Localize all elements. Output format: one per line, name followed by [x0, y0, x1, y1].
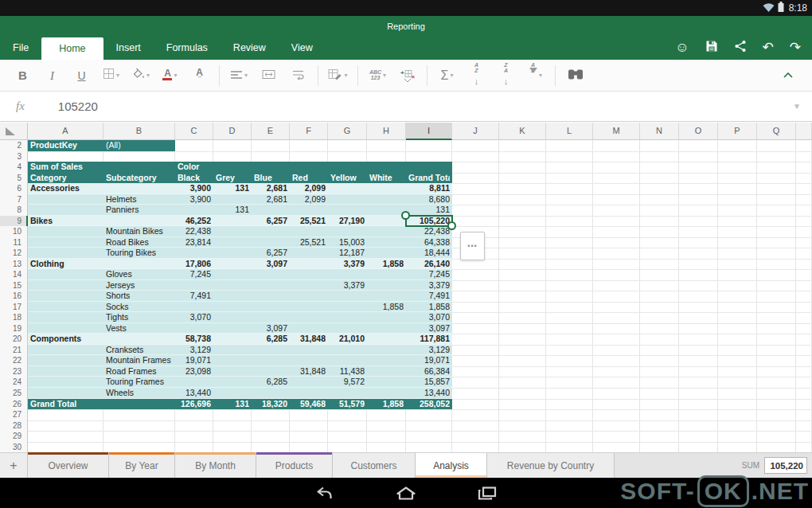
cell-G11[interactable]: 15,003	[330, 237, 365, 248]
cell-I15[interactable]: 3,379	[408, 280, 450, 291]
select-all-corner[interactable]	[0, 123, 28, 140]
sheet-tab-by-year[interactable]: By Year	[109, 453, 175, 478]
sheet-tab-overview[interactable]: Overview	[28, 453, 109, 478]
cell-C21[interactable]: 3,129	[178, 345, 211, 356]
cell-B16[interactable]: Shorts	[106, 291, 173, 302]
cell-C26[interactable]: 126,696	[178, 399, 211, 410]
cell-F5[interactable]: Red	[292, 173, 326, 184]
column-header-N[interactable]: N	[640, 123, 679, 140]
cell-B23[interactable]: Road Frames	[106, 366, 173, 377]
cell-I18[interactable]: 3,070	[408, 312, 450, 323]
cell-H26[interactable]: 1,858	[369, 399, 404, 410]
cell-I17[interactable]: 1,858	[408, 302, 450, 313]
cell-H13[interactable]: 1,858	[369, 259, 404, 270]
cell-I21[interactable]: 3,129	[408, 345, 450, 356]
cell-F7[interactable]: 2,099	[292, 194, 326, 205]
row-header-25[interactable]: 25	[0, 388, 28, 399]
cell-I19[interactable]: 3,097	[408, 323, 450, 334]
toolbar-wrap-text-button[interactable]	[283, 64, 313, 88]
toolbar-font-color-button[interactable]: A▾	[155, 64, 185, 88]
cell-B24[interactable]: Touring Frames	[106, 377, 173, 388]
cell-A4[interactable]: Sum of Sales	[30, 162, 101, 173]
row-header-21[interactable]: 21	[0, 345, 28, 356]
cell-G26[interactable]: 51,579	[330, 399, 365, 410]
cell-A2[interactable]: ProductKey	[30, 140, 101, 151]
toolbar-sort-filter-button[interactable]: AZ▾	[521, 64, 550, 88]
cell-B5[interactable]: Subcategory	[106, 173, 173, 184]
row-header-2[interactable]: 2	[0, 140, 28, 151]
cell-I8[interactable]: 131	[408, 205, 450, 216]
feedback-smiley-icon[interactable]: ☺	[675, 41, 689, 55]
cell-B7[interactable]: Helmets	[106, 194, 173, 205]
cell-B11[interactable]: Road Bikes	[106, 237, 173, 248]
cell-C22[interactable]: 19,071	[178, 355, 211, 366]
sheet-tab-products[interactable]: Products	[256, 453, 333, 478]
cell-I6[interactable]: 8,811	[408, 183, 450, 194]
cell-I20[interactable]: 117,881	[408, 334, 450, 345]
row-header-14[interactable]: 14	[0, 269, 28, 280]
row-header-26[interactable]: 26	[0, 399, 28, 410]
cell-C20[interactable]: 58,738	[178, 334, 211, 345]
cell-H5[interactable]: White	[369, 173, 404, 184]
cell-I26[interactable]: 258,052	[408, 399, 450, 410]
toolbar-sort-descending-button[interactable]: ZA↓	[491, 64, 521, 88]
cell-C6[interactable]: 3,900	[178, 183, 211, 194]
cell-C23[interactable]: 23,098	[178, 366, 211, 377]
selected-cell-outline[interactable]	[405, 215, 453, 228]
cell-F26[interactable]: 59,468	[292, 399, 326, 410]
menu-tab-view[interactable]: View	[279, 36, 326, 60]
row-header-6[interactable]: 6	[0, 183, 28, 194]
toolbar-format-cells-button[interactable]: ▾	[323, 64, 353, 88]
save-icon[interactable]	[705, 40, 718, 56]
column-header-partial[interactable]	[796, 123, 812, 140]
cell-I14[interactable]: 7,245	[408, 269, 450, 280]
row-header-13[interactable]: 13	[0, 259, 28, 270]
toolbar-autosum-button[interactable]: Σ▾	[432, 64, 462, 88]
cell-C7[interactable]: 3,900	[178, 194, 211, 205]
cell-B8[interactable]: Panniers	[106, 205, 173, 216]
row-header-29[interactable]: 29	[0, 431, 28, 442]
cell-I10[interactable]: 22,438	[408, 226, 450, 237]
cell-E9[interactable]: 6,257	[254, 216, 287, 227]
row-header-12[interactable]: 12	[0, 248, 28, 259]
column-header-G[interactable]: G	[328, 123, 367, 140]
cell-A26[interactable]: Grand Total	[30, 399, 101, 410]
row-header-27[interactable]: 27	[0, 409, 28, 420]
cell-E19[interactable]: 3,097	[254, 323, 287, 334]
cell-I13[interactable]: 26,140	[408, 259, 450, 270]
menu-tab-review[interactable]: Review	[221, 36, 279, 60]
row-header-11[interactable]: 11	[0, 237, 28, 248]
cell-B10[interactable]: Mountain Bikes	[106, 226, 173, 237]
column-header-E[interactable]: E	[252, 123, 290, 140]
menu-tab-file[interactable]: File	[0, 36, 41, 60]
toolbar-font-size-button[interactable]: Aˆˇ	[185, 64, 214, 88]
row-header-8[interactable]: 8	[0, 205, 28, 216]
cell-C14[interactable]: 7,245	[178, 269, 211, 280]
row-header-16[interactable]: 16	[0, 291, 28, 302]
row-header-22[interactable]: 22	[0, 355, 28, 366]
cell-F9[interactable]: 25,521	[292, 216, 326, 227]
row-header-24[interactable]: 24	[0, 377, 28, 388]
row-header-19[interactable]: 19	[0, 323, 28, 334]
cell-B2[interactable]: (All)	[106, 140, 173, 151]
cell-E13[interactable]: 3,097	[254, 259, 287, 270]
column-header-H[interactable]: H	[367, 123, 406, 140]
row-header-23[interactable]: 23	[0, 366, 28, 377]
cell-C10[interactable]: 22,438	[178, 226, 211, 237]
undo-icon[interactable]: ↶	[763, 41, 774, 55]
cell-C11[interactable]: 23,814	[178, 237, 211, 248]
cell-B14[interactable]: Gloves	[106, 269, 173, 280]
cell-E24[interactable]: 6,285	[254, 377, 287, 388]
row-header-4[interactable]: 4	[0, 162, 28, 173]
cell-G12[interactable]: 12,187	[330, 248, 365, 259]
toolbar-fill-color-button[interactable]: ▾	[126, 64, 155, 88]
sheet-tab-analysis[interactable]: Analysis	[416, 453, 487, 478]
cell-I11[interactable]: 64,338	[408, 237, 450, 248]
cell-B22[interactable]: Mountain Frames	[106, 355, 173, 366]
cell-E20[interactable]: 6,285	[254, 334, 287, 345]
cell-F20[interactable]: 31,848	[292, 334, 326, 345]
cell-F23[interactable]: 31,848	[292, 366, 326, 377]
sheet-tab-by-month[interactable]: By Month	[175, 453, 256, 478]
cell-G13[interactable]: 3,379	[330, 259, 365, 270]
row-header-28[interactable]: 28	[0, 420, 28, 432]
